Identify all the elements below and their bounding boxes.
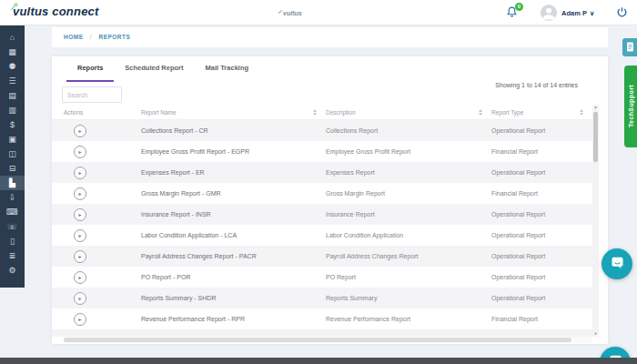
sidebar-item-device[interactable]: ▯ — [0, 234, 25, 248]
table-row[interactable]: ▸ PO Report - POR PO Report Operational … — [52, 267, 599, 288]
report-name-cell: PO Report - POR — [141, 274, 326, 280]
sidebar-item-list[interactable]: ≣ — [0, 248, 25, 263]
play-icon: ▸ — [78, 212, 81, 217]
sidebar-item-calendar[interactable]: ▦ — [0, 45, 25, 59]
sidebar-item-briefcase[interactable]: ◫ — [0, 147, 25, 161]
avatar[interactable] — [541, 5, 557, 21]
report-name-cell: Gross Margin Report - GMR — [141, 190, 326, 197]
reports-panel: Reports Scheduled Report Mail Tracking S… — [52, 56, 608, 344]
breadcrumb: HOME / REPORTS — [52, 27, 608, 47]
clipboard-icon: ▣ — [8, 136, 16, 144]
breadcrumb-separator: / — [90, 34, 92, 40]
sidebar-item-payroll[interactable]: ⇩ — [0, 190, 25, 205]
tab-scheduled-report[interactable]: Scheduled Report — [114, 56, 194, 82]
horizontal-scrollbar-thumb[interactable] — [64, 338, 571, 342]
run-report-button[interactable]: ▸ — [74, 167, 86, 179]
horizontal-scrollbar[interactable] — [64, 337, 592, 343]
table-row[interactable]: ▸ Collections Report - CR Collections Re… — [52, 120, 599, 141]
logout-button[interactable] — [615, 6, 628, 19]
sidebar-item-team[interactable]: ⚉ — [0, 59, 25, 74]
gear-icon: ⚙ — [8, 267, 15, 275]
reports-table: Actions Report Name Description Report T… — [52, 105, 599, 337]
sidebar-item-billing[interactable]: $ — [0, 117, 25, 132]
run-report-button[interactable]: ▸ — [74, 313, 86, 326]
chat-bubble-icon — [610, 255, 625, 273]
vertical-scrollbar[interactable]: ▲ ▼ — [592, 105, 599, 337]
table-row[interactable]: ▸ Payroll Address Changes Report - PACR … — [52, 246, 599, 267]
table-row[interactable]: ▸ Insurance Report - INSR Insurance Repo… — [52, 204, 599, 225]
sidebar-item-keyboard[interactable]: ⌨ — [0, 205, 25, 219]
column-header-report-type[interactable]: Report Type — [491, 109, 592, 116]
run-report-button[interactable]: ▸ — [74, 250, 86, 263]
tab-mail-tracking[interactable]: Mail Tracking — [195, 56, 260, 82]
play-icon: ▸ — [78, 275, 81, 280]
column-header-report-name[interactable]: Report Name — [141, 109, 326, 116]
sidebar-item-folder[interactable]: ▤ — [0, 88, 25, 103]
run-report-button[interactable]: ▸ — [74, 125, 86, 137]
play-icon: ▸ — [78, 149, 81, 155]
scroll-up-arrow-icon[interactable]: ▲ — [592, 105, 599, 110]
play-icon: ▸ — [78, 317, 81, 322]
sort-icon[interactable] — [313, 109, 317, 116]
breadcrumb-current-link[interactable]: REPORTS — [98, 34, 130, 40]
play-icon: ▸ — [78, 296, 81, 301]
tab-reports[interactable]: Reports — [66, 56, 114, 82]
sidebar-item-reports[interactable]: ▙ — [0, 176, 25, 190]
report-description-cell: Gross Margin Report — [326, 190, 491, 197]
report-type-cell: Financial Report — [491, 316, 592, 322]
report-name-cell: Payroll Address Changes Report - PACR — [141, 253, 326, 259]
home-icon: ⌂ — [10, 34, 15, 42]
sidebar-item-home[interactable]: ⌂ — [0, 30, 25, 45]
app-logo: vultus connect — [13, 5, 99, 18]
run-report-button[interactable]: ▸ — [74, 187, 86, 200]
phone-icon: ☏ — [7, 223, 17, 231]
sidebar-item-documents[interactable]: ▥ — [0, 103, 25, 117]
chevron-down-icon: ∨ — [590, 10, 594, 16]
power-icon — [616, 7, 628, 21]
report-description-cell: Employee Gross Profit Report — [326, 148, 491, 155]
search-input[interactable] — [62, 86, 122, 103]
user-menu[interactable]: Adam P∨ — [561, 9, 594, 17]
report-type-cell: Financial Report — [491, 190, 592, 197]
report-name-cell: Labor Condition Application - LCA — [141, 232, 326, 238]
sort-icon[interactable] — [580, 109, 583, 116]
play-icon: ▸ — [78, 254, 81, 259]
play-icon: ▸ — [78, 128, 81, 134]
report-name-cell: Collections Report - CR — [141, 127, 326, 134]
document-icon: ▥ — [8, 106, 16, 115]
center-logo: ✓vultus — [278, 8, 302, 16]
breadcrumb-bar: HOME / REPORTS — [52, 27, 608, 47]
run-report-button[interactable]: ▸ — [74, 229, 86, 242]
table-row[interactable]: ▸ Reports Summary - SHDR Reports Summary… — [52, 288, 599, 308]
run-report-button[interactable]: ▸ — [74, 208, 86, 221]
run-report-button[interactable]: ▸ — [74, 146, 86, 158]
breadcrumb-home-link[interactable]: HOME — [64, 34, 84, 40]
feedback-doc-button[interactable] — [622, 38, 637, 56]
sidebar-item-media[interactable]: ⊟ — [0, 161, 25, 176]
chat-widget-button[interactable] — [602, 248, 632, 279]
report-description-cell: Collections Report — [326, 127, 491, 134]
sidebar-item-layers[interactable]: ☰ — [0, 74, 25, 88]
vertical-scrollbar-thumb[interactable] — [593, 112, 598, 162]
table-row[interactable]: ▸ Gross Margin Report - GMR Gross Margin… — [52, 183, 599, 204]
tab-bar: Reports Scheduled Report Mail Tracking — [66, 56, 259, 82]
top-header: vultus connect ✓vultus 0 Adam P∨ — [0, 0, 637, 25]
run-report-button[interactable]: ▸ — [74, 292, 86, 305]
scroll-down-arrow-icon[interactable]: ▼ — [592, 331, 599, 337]
table-row[interactable]: ▸ Expenses Report - ER Expenses Report O… — [52, 162, 599, 183]
report-type-cell: Operational Report — [491, 211, 592, 217]
column-header-description[interactable]: Description — [326, 109, 491, 116]
sidebar-item-settings[interactable]: ⚙ — [0, 263, 25, 278]
sidebar-item-phone[interactable]: ☏ — [0, 219, 25, 234]
run-report-button[interactable]: ▸ — [74, 271, 86, 284]
table-row[interactable]: ▸ Labor Condition Application - LCA Labo… — [52, 225, 599, 246]
techsupport-tab[interactable]: TechSupport — [624, 66, 637, 147]
sidebar-item-clipboard[interactable]: ▣ — [0, 132, 25, 147]
layers-icon: ☰ — [8, 77, 15, 86]
sort-icon[interactable] — [479, 109, 482, 116]
report-description-cell: Reports Summary — [326, 295, 491, 301]
table-row[interactable]: ▸ Employee Gross Profit Report - EGPR Em… — [52, 141, 599, 162]
table-row[interactable]: ▸ Revenue Performance Report - RPR Reven… — [52, 308, 599, 329]
notifications-button[interactable]: 0 — [506, 5, 524, 22]
notification-badge: 0 — [515, 3, 523, 11]
